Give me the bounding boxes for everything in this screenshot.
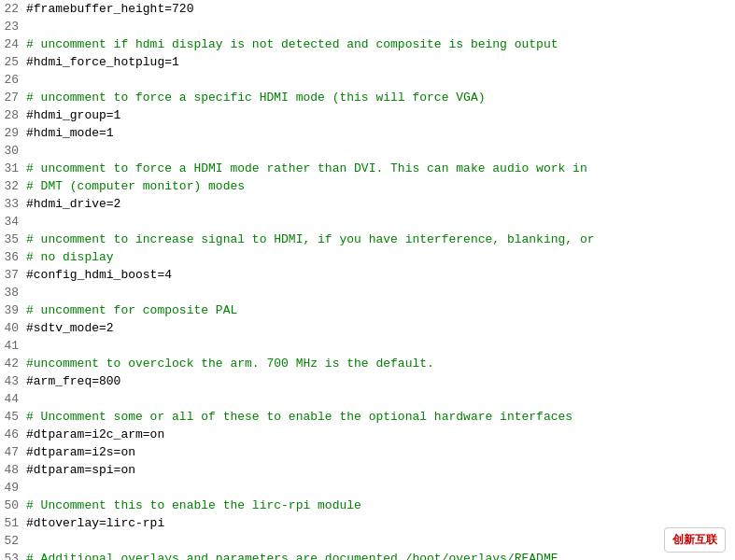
line-number: 50	[0, 497, 26, 514]
line-content: #dtparam=i2c_arm=on	[26, 426, 735, 443]
table-row: 35# uncomment to increase signal to HDMI…	[0, 231, 735, 248]
table-row: 41	[0, 337, 735, 355]
table-row: 29#hdmi_mode=1	[0, 124, 735, 142]
table-row: 50# Uncomment this to enable the lirc-rp…	[0, 497, 735, 514]
line-content: #arm_freq=800	[26, 372, 735, 390]
line-number: 29	[0, 124, 26, 142]
line-content: #dtoverlay=lirc-rpi	[26, 514, 735, 532]
line-content: # Additional overlays and parameters are…	[26, 550, 735, 560]
line-content: # Uncomment some or all of these to enab…	[26, 408, 735, 426]
line-number: 36	[0, 248, 26, 266]
line-number: 37	[0, 266, 26, 284]
line-number: 49	[0, 479, 26, 497]
line-content: # uncomment if hdmi display is not detec…	[26, 35, 735, 53]
line-number: 52	[0, 532, 26, 550]
line-number: 31	[0, 160, 26, 177]
line-number: 51	[0, 514, 26, 532]
table-row: 52	[0, 532, 735, 550]
line-number: 30	[0, 142, 26, 160]
line-content: #dtparam=i2s=on	[26, 443, 735, 461]
code-editor: 22#framebuffer_height=7202324# uncomment…	[0, 0, 735, 560]
line-number: 22	[0, 0, 26, 18]
table-row: 45# Uncomment some or all of these to en…	[0, 408, 735, 426]
line-number: 34	[0, 213, 26, 231]
line-number: 47	[0, 443, 26, 461]
line-content: # DMT (computer monitor) modes	[26, 177, 735, 195]
line-content: #hdmi_force_hotplug=1	[26, 53, 735, 71]
line-content: # no display	[26, 248, 735, 266]
table-row: 26	[0, 71, 735, 89]
line-number: 46	[0, 426, 26, 443]
table-row: 47#dtparam=i2s=on	[0, 443, 735, 461]
table-row: 48#dtparam=spi=on	[0, 461, 735, 479]
table-row: 28#hdmi_group=1	[0, 106, 735, 124]
line-number: 33	[0, 195, 26, 213]
line-content: #config_hdmi_boost=4	[26, 266, 735, 284]
table-row: 40#sdtv_mode=2	[0, 319, 735, 337]
table-row: 33#hdmi_drive=2	[0, 195, 735, 213]
table-row: 27# uncomment to force a specific HDMI m…	[0, 89, 735, 106]
table-row: 30	[0, 142, 735, 160]
line-content: #uncomment to overclock the arm. 700 MHz…	[26, 355, 735, 372]
line-number: 53	[0, 550, 26, 560]
line-number: 24	[0, 35, 26, 53]
table-row: 53# Additional overlays and parameters a…	[0, 550, 735, 560]
table-row: 22#framebuffer_height=720	[0, 0, 735, 18]
line-number: 39	[0, 301, 26, 319]
line-number: 25	[0, 53, 26, 71]
table-row: 44	[0, 390, 735, 408]
table-row: 39# uncomment for composite PAL	[0, 301, 735, 319]
line-content: # uncomment to force a specific HDMI mod…	[26, 89, 735, 106]
line-number: 26	[0, 71, 26, 89]
table-row: 34	[0, 213, 735, 231]
table-row: 32# DMT (computer monitor) modes	[0, 177, 735, 195]
line-number: 28	[0, 106, 26, 124]
line-content: # uncomment to increase signal to HDMI, …	[26, 231, 735, 248]
line-number: 41	[0, 337, 26, 355]
table-row: 24# uncomment if hdmi display is not det…	[0, 35, 735, 53]
line-content: #framebuffer_height=720	[26, 0, 735, 18]
table-row: 46#dtparam=i2c_arm=on	[0, 426, 735, 443]
table-row: 51#dtoverlay=lirc-rpi	[0, 514, 735, 532]
line-number: 38	[0, 284, 26, 301]
line-number: 42	[0, 355, 26, 372]
table-row: 31# uncomment to force a HDMI mode rathe…	[0, 160, 735, 177]
line-number: 35	[0, 231, 26, 248]
line-number: 48	[0, 461, 26, 479]
line-number: 44	[0, 390, 26, 408]
line-content: # uncomment to force a HDMI mode rather …	[26, 160, 735, 177]
line-content: # Uncomment this to enable the lirc-rpi …	[26, 497, 735, 514]
table-row: 36# no display	[0, 248, 735, 266]
table-row: 49	[0, 479, 735, 497]
table-row: 42#uncomment to overclock the arm. 700 M…	[0, 355, 735, 372]
table-row: 43#arm_freq=800	[0, 372, 735, 390]
line-number: 23	[0, 18, 26, 35]
line-number: 45	[0, 408, 26, 426]
line-content: #sdtv_mode=2	[26, 319, 735, 337]
table-row: 23	[0, 18, 735, 35]
line-number: 43	[0, 372, 26, 390]
line-content: #hdmi_group=1	[26, 106, 735, 124]
table-row: 38	[0, 284, 735, 301]
line-content: #hdmi_drive=2	[26, 195, 735, 213]
watermark: 创新互联	[664, 527, 726, 553]
table-row: 25#hdmi_force_hotplug=1	[0, 53, 735, 71]
line-content: # uncomment for composite PAL	[26, 301, 735, 319]
line-content: #dtparam=spi=on	[26, 461, 735, 479]
table-row: 37#config_hdmi_boost=4	[0, 266, 735, 284]
watermark-logo: 创新互联	[672, 532, 717, 548]
line-content: #hdmi_mode=1	[26, 124, 735, 142]
line-number: 27	[0, 89, 26, 106]
line-number: 32	[0, 177, 26, 195]
line-number: 40	[0, 319, 26, 337]
